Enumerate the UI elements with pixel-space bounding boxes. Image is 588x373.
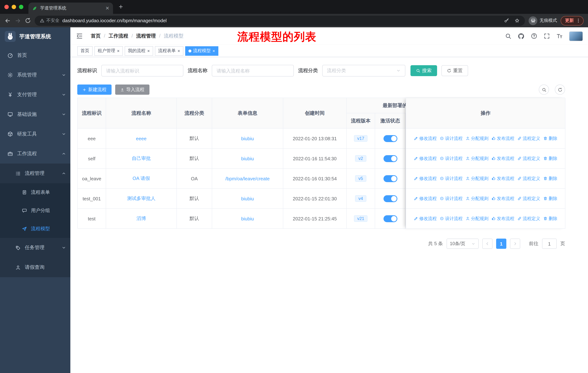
action-modify-process[interactable]: 修改流程: [414, 215, 437, 222]
browser-tab[interactable]: 芋道管理系统 ✕: [28, 2, 113, 14]
action-assign-rules[interactable]: 分配规则: [465, 155, 488, 161]
goto-page-input[interactable]: [542, 239, 557, 249]
new-tab-button[interactable]: [118, 4, 124, 10]
action-publish-process[interactable]: 发布流程: [491, 135, 514, 141]
import-process-button[interactable]: 导入流程: [115, 84, 149, 95]
reset-button[interactable]: 重置: [441, 65, 468, 76]
action-assign-rules[interactable]: 分配规则: [465, 195, 488, 202]
show-search-button[interactable]: [539, 84, 549, 95]
action-modify-process[interactable]: 修改流程: [414, 135, 437, 141]
minimize-window-button[interactable]: [12, 5, 16, 9]
sidebar-item-workflow[interactable]: 工作流程: [0, 144, 70, 163]
breadcrumb-process-management[interactable]: 流程管理: [128, 33, 156, 39]
sidebar-item-dev-tools[interactable]: 研发工具: [0, 124, 70, 144]
help-icon[interactable]: [531, 33, 537, 39]
maximize-window-button[interactable]: [19, 5, 23, 9]
action-delete[interactable]: 删除: [543, 195, 557, 202]
action-design-process[interactable]: 设计流程: [440, 155, 462, 161]
form-info-link[interactable]: biubiu: [241, 136, 254, 141]
close-icon[interactable]: ×: [212, 49, 215, 53]
current-page-button[interactable]: 1: [496, 239, 506, 249]
close-icon[interactable]: ×: [117, 49, 120, 53]
page-size-select[interactable]: 10条/页: [447, 239, 479, 249]
action-modify-process[interactable]: 修改流程: [414, 195, 437, 202]
process-name-link[interactable]: eeee: [136, 136, 147, 141]
action-publish-process[interactable]: 发布流程: [491, 175, 514, 181]
close-window-button[interactable]: [4, 5, 9, 9]
action-design-process[interactable]: 设计流程: [440, 135, 462, 141]
form-info-link[interactable]: /bpm/oa/leave/create: [225, 176, 270, 181]
sidebar-item-process-model[interactable]: 流程模型: [0, 220, 70, 238]
search-button[interactable]: 搜索: [410, 65, 437, 76]
action-delete[interactable]: 删除: [543, 155, 557, 161]
sidebar-item-system[interactable]: 系统管理: [0, 65, 70, 85]
tag-my-process[interactable]: 我的流程 ×: [125, 46, 153, 56]
next-page-button[interactable]: [510, 239, 520, 249]
reload-icon[interactable]: [25, 18, 31, 24]
sidebar-item-task-management[interactable]: 任务管理: [0, 238, 70, 258]
sidebar-item-user-group[interactable]: 用户分组: [0, 202, 70, 220]
security-indicator[interactable]: 不安全: [40, 18, 59, 24]
active-toggle[interactable]: [383, 215, 397, 222]
address-bar[interactable]: 不安全 dashboard.yudao.iocoder.cn/bpm/manag…: [35, 15, 525, 26]
sidebar-item-process-form[interactable]: 流程表单: [0, 183, 70, 202]
process-name-link[interactable]: 滔博: [136, 215, 146, 222]
bookmark-star-icon[interactable]: [514, 18, 520, 23]
forward-icon[interactable]: [15, 17, 21, 24]
search-icon[interactable]: [505, 33, 511, 39]
github-icon[interactable]: [518, 33, 525, 40]
tag-process-model[interactable]: 流程模型 ×: [185, 46, 218, 56]
breadcrumb-home[interactable]: 首页: [91, 33, 101, 39]
form-info-link[interactable]: biubiu: [241, 156, 254, 161]
action-modify-process[interactable]: 修改流程: [414, 175, 437, 181]
action-assign-rules[interactable]: 分配规则: [465, 215, 488, 222]
sidebar-item-home[interactable]: 首页: [0, 46, 70, 65]
process-name-input[interactable]: [212, 65, 294, 77]
active-toggle[interactable]: [383, 195, 397, 202]
breadcrumb-workflow[interactable]: 工作流程: [101, 33, 128, 39]
sidebar-item-leave-query[interactable]: 请假查询: [0, 258, 70, 277]
active-toggle[interactable]: [383, 175, 397, 182]
close-icon[interactable]: ×: [147, 49, 150, 53]
fullscreen-icon[interactable]: [544, 33, 550, 39]
tag-process-form[interactable]: 流程表单 ×: [155, 46, 183, 56]
key-icon[interactable]: [504, 18, 509, 23]
process-name-link[interactable]: 自己审批: [132, 155, 151, 162]
sidebar-item-infrastructure[interactable]: 基础设施: [0, 105, 70, 124]
action-assign-rules[interactable]: 分配规则: [465, 175, 488, 181]
action-process-definition[interactable]: 流程定义: [517, 195, 540, 202]
process-name-link[interactable]: OA 请假: [133, 175, 150, 182]
action-delete[interactable]: 删除: [543, 215, 557, 222]
action-publish-process[interactable]: 发布流程: [491, 195, 514, 202]
category-select[interactable]: 流程分类: [322, 65, 405, 77]
active-toggle[interactable]: [383, 135, 397, 142]
user-avatar[interactable]: [569, 31, 583, 41]
action-design-process[interactable]: 设计流程: [440, 195, 462, 202]
action-delete[interactable]: 删除: [543, 175, 557, 181]
action-modify-process[interactable]: 修改流程: [414, 155, 437, 161]
tag-home[interactable]: 首页: [77, 46, 93, 56]
process-name-link[interactable]: 测试多审批人: [127, 195, 156, 202]
action-process-definition[interactable]: 流程定义: [517, 215, 540, 222]
back-icon[interactable]: [4, 17, 11, 24]
action-delete[interactable]: 删除: [543, 135, 557, 141]
action-assign-rules[interactable]: 分配规则: [465, 135, 488, 141]
tab-close-icon[interactable]: ✕: [105, 5, 109, 11]
active-toggle[interactable]: [383, 155, 397, 162]
font-size-icon[interactable]: [556, 33, 563, 39]
action-process-definition[interactable]: 流程定义: [517, 135, 540, 141]
create-process-button[interactable]: 新建流程: [77, 84, 112, 95]
sidebar-item-process-management[interactable]: 流程管理: [0, 163, 70, 183]
sidebar-fold-icon[interactable]: [76, 32, 83, 40]
action-publish-process[interactable]: 发布流程: [491, 215, 514, 222]
prev-page-button[interactable]: [482, 239, 493, 249]
form-info-link[interactable]: biubiu: [241, 196, 254, 201]
close-icon[interactable]: ×: [178, 49, 180, 53]
action-process-definition[interactable]: 流程定义: [517, 155, 540, 161]
browser-update-button[interactable]: 更新: [561, 16, 584, 25]
refresh-table-button[interactable]: [555, 84, 565, 95]
form-info-link[interactable]: biubiu: [241, 216, 254, 221]
action-publish-process[interactable]: 发布流程: [491, 155, 514, 161]
tag-tenant-management[interactable]: 租户管理 ×: [94, 46, 123, 56]
action-process-definition[interactable]: 流程定义: [517, 175, 540, 181]
